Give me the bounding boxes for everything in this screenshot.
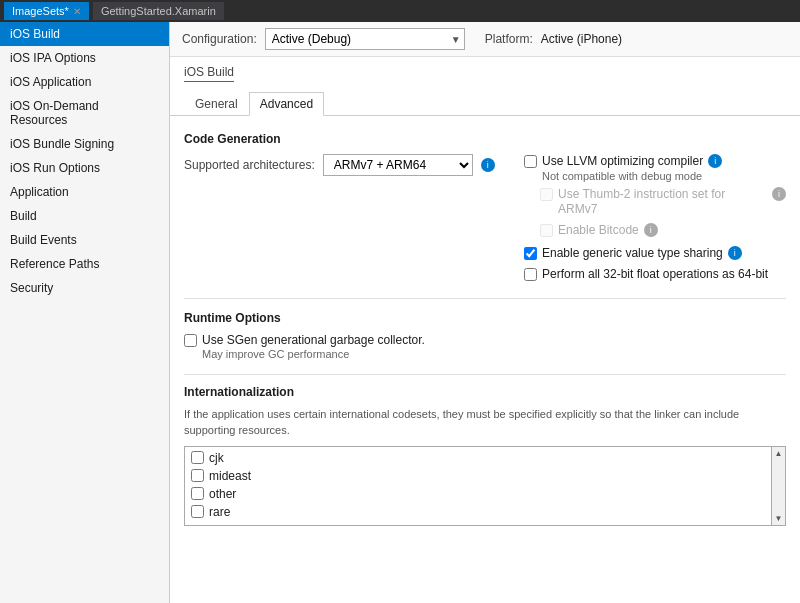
config-select-wrapper: Active (Debug) ▼ — [265, 28, 465, 50]
thumb2-label: Use Thumb-2 instruction set for ARMv7 — [558, 187, 767, 218]
sidebar-item-build[interactable]: Build — [0, 204, 169, 228]
sgen-label: Use SGen generational garbage collector. — [202, 333, 425, 349]
intl-description: If the application uses certain internat… — [184, 407, 786, 438]
thumb2-info-icon[interactable]: i — [772, 187, 786, 201]
float32-checkbox[interactable] — [524, 268, 537, 281]
sidebar-item-application[interactable]: Application — [0, 180, 169, 204]
divider-1 — [184, 298, 786, 299]
intl-mideast-label: mideast — [209, 469, 251, 483]
bitcode-info-icon[interactable]: i — [644, 223, 658, 237]
content-area: Configuration: Active (Debug) ▼ Platform… — [170, 22, 800, 603]
bitcode-label: Enable Bitcode — [558, 223, 639, 239]
llvm-label: Use LLVM optimizing compiler — [542, 154, 703, 170]
arch-row: Supported architectures: ARMv7 + ARM64 A… — [184, 154, 504, 176]
platform-value: Active (iPhone) — [541, 32, 622, 46]
main-layout: iOS Build iOS IPA Options iOS Applicatio… — [0, 22, 800, 603]
intl-item-rare: rare — [187, 503, 769, 521]
intl-item-mideast: mideast — [187, 467, 769, 485]
code-gen-left: Supported architectures: ARMv7 + ARM64 A… — [184, 154, 504, 288]
tab-gettingstarted-label: GettingStarted.Xamarin — [101, 5, 216, 17]
intl-cjk-checkbox[interactable] — [191, 451, 204, 464]
tab-gettingstarted[interactable]: GettingStarted.Xamarin — [93, 2, 224, 20]
tab-imagesets-close[interactable]: ✕ — [73, 6, 81, 17]
generic-value-label: Enable generic value type sharing — [542, 246, 723, 262]
intl-rare-label: rare — [209, 505, 230, 519]
generic-value-info-icon[interactable]: i — [728, 246, 742, 260]
title-bar: ImageSets* ✕ GettingStarted.Xamarin — [0, 0, 800, 22]
arch-select-wrapper: ARMv7 + ARM64 ARMv7 ARM64 — [323, 154, 473, 176]
llvm-checkbox[interactable] — [524, 155, 537, 168]
code-generation-section: Code Generation Supported architectures:… — [184, 132, 786, 288]
internationalization-section: Internationalization If the application … — [184, 385, 786, 526]
ios-build-title: iOS Build — [184, 65, 234, 82]
code-gen-columns: Supported architectures: ARMv7 + ARM64 A… — [184, 154, 786, 288]
intl-header: Internationalization — [184, 385, 786, 399]
intl-other-label: other — [209, 487, 236, 501]
tab-advanced[interactable]: Advanced — [249, 92, 324, 116]
thumb2-checkbox[interactable] — [540, 188, 553, 201]
intl-rare-checkbox[interactable] — [191, 505, 204, 518]
intl-item-other: other — [187, 485, 769, 503]
thumb2-row: Use Thumb-2 instruction set for ARMv7 i — [540, 187, 786, 218]
config-bar: Configuration: Active (Debug) ▼ Platform… — [170, 22, 800, 57]
tabs-bar: General Advanced — [170, 92, 800, 116]
scroll-up-icon[interactable]: ▲ — [775, 449, 783, 458]
llvm-sublabel: Not compatible with debug mode — [542, 170, 703, 182]
divider-2 — [184, 374, 786, 375]
intl-cjk-label: cjk — [209, 451, 224, 465]
float32-label: Perform all 32-bit float operations as 6… — [542, 267, 768, 283]
bitcode-checkbox[interactable] — [540, 224, 553, 237]
bitcode-row: Enable Bitcode i — [540, 223, 786, 239]
generic-value-checkbox[interactable] — [524, 247, 537, 260]
tab-imagesets[interactable]: ImageSets* ✕ — [4, 2, 89, 20]
sidebar-item-ios-build[interactable]: iOS Build — [0, 22, 169, 46]
arch-select[interactable]: ARMv7 + ARM64 ARMv7 ARM64 — [323, 154, 473, 176]
code-generation-header: Code Generation — [184, 132, 786, 146]
tab-general[interactable]: General — [184, 92, 249, 116]
config-select[interactable]: Active (Debug) — [265, 28, 465, 50]
llvm-row: Use LLVM optimizing compiler Not compati… — [524, 154, 786, 182]
ios-build-section: iOS Build — [170, 57, 800, 92]
scroll-down-icon[interactable]: ▼ — [775, 514, 783, 523]
sidebar-item-ios-run[interactable]: iOS Run Options — [0, 156, 169, 180]
generic-value-row: Enable generic value type sharing i — [524, 246, 786, 262]
sgen-row: Use SGen generational garbage collector.… — [184, 333, 786, 361]
runtime-options-header: Runtime Options — [184, 311, 786, 325]
llvm-info-icon[interactable]: i — [708, 154, 722, 168]
intl-other-checkbox[interactable] — [191, 487, 204, 500]
sidebar-item-ios-application[interactable]: iOS Application — [0, 70, 169, 94]
sidebar-item-security[interactable]: Security — [0, 276, 169, 300]
intl-item-cjk: cjk — [187, 449, 769, 467]
sidebar-item-build-events[interactable]: Build Events — [0, 228, 169, 252]
sidebar-item-ios-ipa[interactable]: iOS IPA Options — [0, 46, 169, 70]
sidebar: iOS Build iOS IPA Options iOS Applicatio… — [0, 22, 170, 603]
intl-list-inner: cjk mideast other — [185, 447, 771, 523]
intl-list[interactable]: cjk mideast other — [184, 446, 772, 526]
platform-label: Platform: — [485, 32, 533, 46]
tab-content-advanced: Code Generation Supported architectures:… — [170, 116, 800, 603]
sidebar-item-reference-paths[interactable]: Reference Paths — [0, 252, 169, 276]
sidebar-item-ios-bundle[interactable]: iOS Bundle Signing — [0, 132, 169, 156]
sgen-sublabel: May improve GC performance — [202, 348, 425, 360]
arch-info-icon[interactable]: i — [481, 158, 495, 172]
intl-scrollbar[interactable]: ▲ ▼ — [772, 446, 786, 526]
float32-row: Perform all 32-bit float operations as 6… — [524, 267, 786, 283]
sgen-checkbox[interactable] — [184, 334, 197, 347]
config-label: Configuration: — [182, 32, 257, 46]
code-gen-right: Use LLVM optimizing compiler Not compati… — [524, 154, 786, 288]
arch-label: Supported architectures: — [184, 158, 315, 172]
tab-imagesets-label: ImageSets* — [12, 5, 69, 17]
runtime-options-section: Runtime Options Use SGen generational ga… — [184, 311, 786, 361]
sidebar-item-ios-ondemand[interactable]: iOS On-Demand Resources — [0, 94, 169, 132]
intl-mideast-checkbox[interactable] — [191, 469, 204, 482]
